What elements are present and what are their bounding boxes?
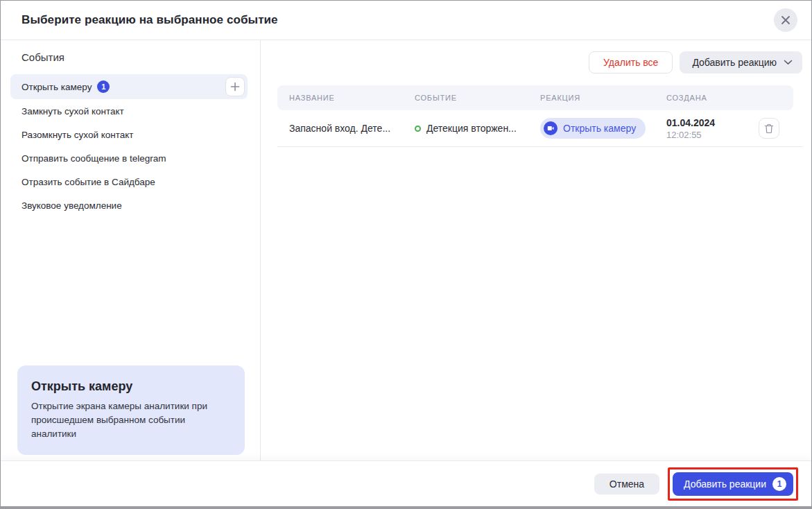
reactions-panel: Удалить все Добавить реакцию НАЗВАНИЕ СО… — [261, 40, 812, 460]
add-event-button[interactable] — [225, 77, 245, 96]
row-name: Запасной вход. Дете... — [289, 123, 415, 134]
col-header-event: СОБЫТИЕ — [415, 94, 540, 102]
trash-icon — [764, 123, 774, 134]
row-event: Детекция вторжен... — [415, 123, 540, 134]
row-created: 01.04.2024 12:02:55 — [666, 117, 759, 140]
reaction-chip[interactable]: Открыть камеру — [540, 118, 646, 139]
camera-icon — [544, 121, 558, 135]
col-header-name: НАЗВАНИЕ — [289, 94, 415, 102]
sidebar-item-label: Звуковое уведомление — [21, 200, 122, 211]
modal-title: Выберите реакцию на выбранное событие — [21, 13, 278, 27]
table-row: Запасной вход. Дете... Детекция вторжен.… — [277, 110, 802, 147]
event-info-panel: Открыть камеру Открытие экрана камеры ан… — [17, 365, 245, 455]
event-list: Открыть камеру 1 Замкнуть сухой контакт … — [1, 74, 260, 217]
submit-count-badge: 1 — [772, 477, 786, 491]
close-icon — [781, 15, 791, 25]
chevron-down-icon — [784, 60, 793, 65]
delete-row-button[interactable] — [759, 118, 779, 139]
sidebar-item-open-camera[interactable]: Открыть камеру 1 — [10, 74, 248, 99]
add-reaction-dropdown-label: Добавить реакцию — [692, 57, 777, 68]
info-panel-title: Открыть камеру — [31, 379, 231, 394]
modal-body: События Открыть камеру 1 Замкнуть сухой … — [1, 40, 811, 460]
sidebar-item-sound-notification[interactable]: Звуковое уведомление — [1, 193, 260, 217]
sidebar-header: События — [1, 51, 260, 63]
selected-count-badge: 1 — [97, 80, 110, 93]
sidebar-item-open-dry-contact[interactable]: Разомкнуть сухой контакт — [1, 123, 260, 146]
sidebar-item-label: Отправить сообщение в telegram — [21, 153, 166, 164]
sidebar-item-send-telegram[interactable]: Отправить сообщение в telegram — [1, 146, 260, 170]
sidebar-item-label: Отразить событие в Сайдбаре — [21, 177, 155, 187]
actions-row: Удалить все Добавить реакцию — [277, 51, 802, 74]
sidebar-item-label: Замкнуть сухой контакт — [21, 106, 124, 117]
modal-footer: Отмена Добавить реакции 1 — [1, 460, 811, 506]
created-date: 01.04.2024 — [666, 117, 759, 128]
cancel-button[interactable]: Отмена — [594, 474, 659, 494]
row-reaction: Открыть камеру — [540, 118, 666, 139]
reaction-chip-label: Открыть камеру — [563, 123, 636, 134]
event-status-icon — [415, 126, 421, 132]
row-event-label: Детекция вторжен... — [426, 123, 517, 134]
close-button[interactable] — [774, 8, 797, 32]
add-reaction-dropdown[interactable]: Добавить реакцию — [680, 51, 802, 74]
sidebar-item-label: Разомкнуть сухой контакт — [21, 130, 134, 140]
events-sidebar: События Открыть камеру 1 Замкнуть сухой … — [1, 40, 261, 460]
created-time: 12:02:55 — [666, 130, 759, 140]
row-actions — [759, 118, 802, 139]
add-reactions-submit-button[interactable]: Добавить реакции 1 — [673, 472, 793, 496]
delete-all-button[interactable]: Удалить все — [589, 51, 673, 74]
sidebar-item-label: Открыть камеру — [21, 82, 92, 92]
table-header: НАЗВАНИЕ СОБЫТИЕ РЕАКЦИЯ СОЗДАНА — [277, 85, 793, 110]
col-header-reaction: РЕАКЦИЯ — [540, 94, 666, 102]
col-header-created: СОЗДАНА — [666, 94, 793, 102]
sidebar-item-close-dry-contact[interactable]: Замкнуть сухой контакт — [1, 99, 260, 123]
sidebar-item-show-in-sidebar[interactable]: Отразить событие в Сайдбаре — [1, 170, 260, 193]
modal-header: Выберите реакцию на выбранное событие — [1, 1, 811, 40]
submit-button-label: Добавить реакции — [684, 478, 766, 490]
reaction-modal: Выберите реакцию на выбранное событие Со… — [0, 0, 812, 509]
plus-icon — [230, 82, 240, 92]
annotation-highlight: Добавить реакции 1 — [668, 467, 798, 501]
info-panel-description: Открытие экрана камеры аналитики при про… — [31, 399, 231, 441]
